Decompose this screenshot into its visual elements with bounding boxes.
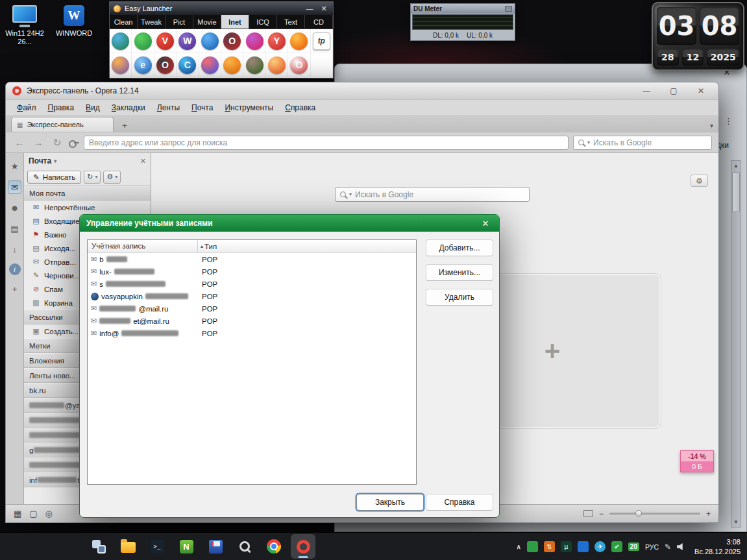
add-panel-icon[interactable]: +	[8, 282, 21, 296]
start-button[interactable]	[57, 534, 82, 559]
bookmarks-panel-icon[interactable]: ★	[8, 160, 21, 173]
mail-panel-header[interactable]: Почта ▾ ✕	[24, 153, 151, 169]
page-view-icon[interactable]: ▢	[29, 509, 37, 518]
rainbow-swirl-icon[interactable]	[201, 56, 219, 74]
column-account[interactable]: Учётная запись	[88, 240, 198, 252]
search-input[interactable]	[593, 138, 707, 147]
close-icon[interactable]: ✕	[478, 219, 493, 228]
hidden-icons-chevron[interactable]: ∧	[517, 543, 521, 550]
speed-dial-config-button[interactable]: ⚙	[691, 175, 708, 187]
launcher-tab-pict[interactable]: Pict	[165, 15, 193, 29]
orange-swirl-icon[interactable]	[268, 56, 286, 74]
wand-password-icon[interactable]	[69, 138, 79, 147]
opera-button[interactable]	[291, 534, 315, 559]
taskbar-clock[interactable]: 3:08 Вс.28.12.2025	[692, 537, 741, 556]
backup-tool-button[interactable]	[203, 534, 228, 559]
close-icon[interactable]: ✕	[690, 86, 712, 95]
panels-toggle-icon[interactable]: ▦	[14, 509, 21, 518]
edit-account-button[interactable]: Изменить...	[426, 264, 493, 281]
downloads-panel-icon[interactable]: ↓	[8, 243, 21, 256]
yandex-icon[interactable]: Y	[268, 32, 286, 50]
account-row[interactable]: ✉bPOP	[88, 253, 416, 265]
search-box[interactable]: ▾	[573, 136, 712, 150]
zoom-slider[interactable]	[609, 513, 700, 515]
tab-speed-dial[interactable]: ▦ Экспресс-панель	[11, 117, 114, 132]
speed-counter-badge[interactable]: 20	[628, 542, 639, 551]
account-row[interactable]: ✉@mail.ruPOP	[88, 302, 416, 315]
blue-app-tray-icon[interactable]	[578, 541, 589, 552]
easy-launcher-titlebar[interactable]: Easy Launcher — ✕	[110, 2, 333, 15]
contacts-panel-icon[interactable]: ☻	[8, 201, 21, 215]
mail-settings-button[interactable]: ⚙ ▾	[103, 171, 121, 184]
chrome-button[interactable]	[262, 534, 286, 559]
pink-browser-icon[interactable]	[246, 32, 263, 50]
address-bar[interactable]	[84, 136, 569, 150]
fit-width-icon[interactable]	[583, 510, 593, 517]
history-panel-icon[interactable]: i	[9, 263, 21, 275]
mail-panel-dropdown-icon[interactable]: ▾	[54, 158, 56, 164]
orange-browser-icon[interactable]	[290, 32, 308, 50]
speed-dial-search-input[interactable]	[355, 190, 524, 199]
account-row[interactable]: vasyapupkinPOP	[88, 290, 416, 302]
antivirus-tray-icon[interactable]: ✔	[611, 541, 622, 552]
winword-shortcut[interactable]: WWINWORD	[53, 5, 95, 46]
notepad-button[interactable]: N	[174, 534, 199, 559]
scrollbar[interactable]: ▲ ▼	[731, 160, 741, 528]
account-row[interactable]: ✉et@mail.ruPOP	[88, 315, 416, 327]
launcher-tab-icq[interactable]: ICQ	[249, 15, 277, 29]
delete-account-button[interactable]: Удалить	[426, 289, 493, 306]
menubar-item-5[interactable]: Почта	[186, 101, 219, 114]
zoom-out-icon[interactable]: −	[599, 509, 604, 518]
mail-panel-close-icon[interactable]: ✕	[140, 157, 146, 165]
menubar-item-3[interactable]: Закладки	[106, 101, 151, 114]
launcher-tab-cd[interactable]: CD	[305, 15, 333, 29]
purple-browser-icon[interactable]: W	[178, 32, 196, 50]
mail-panel-icon[interactable]: ✉	[8, 180, 21, 194]
orange-box-icon[interactable]	[223, 56, 241, 74]
notes-panel-icon[interactable]: ▤	[8, 222, 21, 236]
taskview-button[interactable]	[86, 534, 111, 559]
chrome-blue-icon[interactable]: C	[178, 56, 196, 74]
green-browser-icon[interactable]	[134, 32, 152, 50]
reload-icon[interactable]: ↻	[50, 137, 64, 149]
menu-dots-icon[interactable]: ⋮	[724, 116, 733, 126]
menubar-item-1[interactable]: Правка	[42, 101, 80, 114]
speed-dial-search-box[interactable]: ▾	[335, 187, 530, 202]
dialog-titlebar[interactable]: Управление учётными записями ✕	[80, 215, 499, 232]
address-input[interactable]	[89, 138, 563, 147]
pen-input-icon[interactable]: ✎	[665, 542, 671, 552]
account-row[interactable]: ✉info@POP	[88, 327, 416, 339]
compose-button[interactable]: ✎ Написать	[27, 171, 81, 184]
menubar-item-2[interactable]: Вид	[80, 101, 106, 114]
column-type[interactable]: ▴ Тип	[198, 240, 416, 252]
account-row[interactable]: ✉lux-POP	[88, 265, 416, 278]
menubar-item-0[interactable]: Файл	[11, 101, 42, 114]
telegram-tray-icon[interactable]: ✈	[594, 541, 606, 552]
close-icon[interactable]: ✕	[319, 5, 329, 13]
mail-folder-item[interactable]: ✉Непрочтённые	[24, 201, 151, 214]
tab-list-dropdown-icon[interactable]: ▾	[710, 122, 713, 129]
launcher-tab-movie[interactable]: Movie	[193, 15, 221, 29]
back-icon[interactable]: ←	[12, 137, 27, 148]
close-dialog-button[interactable]: Закрыть	[356, 494, 424, 511]
utorrent-tray-icon[interactable]: µ	[561, 541, 572, 552]
zoom-in-icon[interactable]: +	[706, 509, 711, 518]
launcher-tab-clean[interactable]: Clean	[110, 15, 138, 29]
search-engine-dropdown-icon[interactable]: ▾	[587, 140, 590, 145]
check-mail-button[interactable]: ↻ ▾	[84, 171, 101, 184]
forward-icon[interactable]: →	[31, 137, 45, 148]
vivaldi-icon[interactable]: V	[156, 32, 174, 50]
firefox-icon[interactable]	[112, 56, 129, 74]
zoom-slider-thumb[interactable]	[635, 510, 642, 517]
maximize-icon[interactable]: ▢	[663, 86, 685, 95]
mail-section-header[interactable]: Моя почта	[24, 186, 151, 201]
green-utility-tray-icon[interactable]	[527, 541, 538, 552]
language-indicator[interactable]: РУС	[645, 543, 659, 551]
scroll-up-icon[interactable]: ▲	[731, 161, 741, 171]
menubar-item-4[interactable]: Ленты	[151, 101, 186, 114]
opera-red-icon[interactable]: O	[290, 56, 308, 74]
volume-icon[interactable]	[677, 543, 686, 551]
du-meter-close-icon[interactable]	[505, 6, 512, 12]
minimize-icon[interactable]: —	[304, 5, 315, 12]
turbo-icon[interactable]: ◎	[45, 509, 53, 518]
